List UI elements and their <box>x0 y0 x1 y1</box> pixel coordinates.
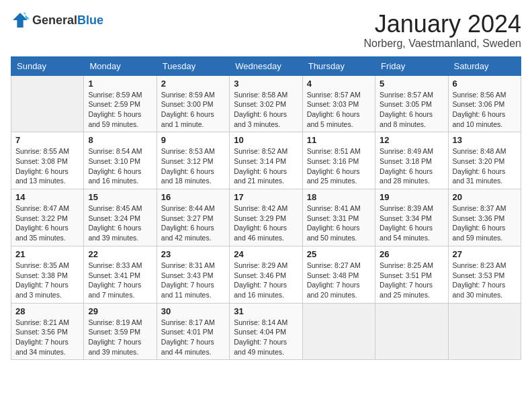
calendar-cell: 31Sunrise: 8:14 AM Sunset: 4:04 PM Dayli… <box>230 303 302 360</box>
day-info: Sunrise: 8:59 AM Sunset: 2:59 PM Dayligh… <box>88 90 152 130</box>
day-info: Sunrise: 8:48 AM Sunset: 3:20 PM Dayligh… <box>453 146 517 186</box>
week-row-0: 1Sunrise: 8:59 AM Sunset: 2:59 PM Daylig… <box>11 75 521 132</box>
header: GeneralBlue January 2024 Norberg, Vaestm… <box>11 11 521 50</box>
weekday-header-friday: Friday <box>375 56 448 75</box>
week-row-3: 21Sunrise: 8:35 AM Sunset: 3:38 PM Dayli… <box>11 246 521 303</box>
day-number: 7 <box>15 135 79 145</box>
svg-marker-0 <box>13 13 28 28</box>
day-number: 10 <box>234 135 298 145</box>
day-info: Sunrise: 8:19 AM Sunset: 3:59 PM Dayligh… <box>88 318 152 357</box>
day-info: Sunrise: 8:45 AM Sunset: 3:24 PM Dayligh… <box>88 203 152 243</box>
day-number: 29 <box>88 306 152 316</box>
day-number: 25 <box>307 249 371 259</box>
day-number: 12 <box>380 135 443 145</box>
calendar-cell: 24Sunrise: 8:29 AM Sunset: 3:46 PM Dayli… <box>230 246 302 303</box>
day-number: 26 <box>380 249 443 259</box>
day-number: 27 <box>453 249 517 259</box>
weekday-header-row: SundayMondayTuesdayWednesdayThursdayFrid… <box>11 56 521 75</box>
calendar-cell: 26Sunrise: 8:25 AM Sunset: 3:51 PM Dayli… <box>375 246 448 303</box>
day-number: 17 <box>234 192 298 202</box>
day-info: Sunrise: 8:21 AM Sunset: 3:56 PM Dayligh… <box>15 318 79 357</box>
logo-icon <box>11 11 30 30</box>
day-number: 5 <box>380 79 443 89</box>
day-number: 14 <box>15 192 79 202</box>
day-number: 16 <box>161 192 225 202</box>
day-number: 3 <box>234 79 298 89</box>
day-info: Sunrise: 8:33 AM Sunset: 3:41 PM Dayligh… <box>88 261 152 300</box>
calendar-cell: 27Sunrise: 8:23 AM Sunset: 3:53 PM Dayli… <box>448 246 521 303</box>
calendar-table: SundayMondayTuesdayWednesdayThursdayFrid… <box>11 56 521 361</box>
calendar-cell: 5Sunrise: 8:57 AM Sunset: 3:05 PM Daylig… <box>375 75 448 132</box>
logo: GeneralBlue <box>11 11 103 30</box>
calendar-cell <box>448 303 521 360</box>
day-number: 11 <box>307 135 371 145</box>
calendar-cell: 12Sunrise: 8:49 AM Sunset: 3:18 PM Dayli… <box>375 132 448 189</box>
day-info: Sunrise: 8:47 AM Sunset: 3:22 PM Dayligh… <box>15 203 79 243</box>
calendar-cell: 3Sunrise: 8:58 AM Sunset: 3:02 PM Daylig… <box>230 75 302 132</box>
calendar-cell: 11Sunrise: 8:51 AM Sunset: 3:16 PM Dayli… <box>302 132 375 189</box>
day-info: Sunrise: 8:55 AM Sunset: 3:08 PM Dayligh… <box>15 146 79 186</box>
day-info: Sunrise: 8:25 AM Sunset: 3:51 PM Dayligh… <box>380 261 443 300</box>
day-number: 19 <box>380 192 443 202</box>
day-number: 2 <box>161 79 225 89</box>
day-number: 13 <box>453 135 517 145</box>
day-info: Sunrise: 8:42 AM Sunset: 3:29 PM Dayligh… <box>234 203 298 243</box>
day-info: Sunrise: 8:56 AM Sunset: 3:06 PM Dayligh… <box>453 90 517 130</box>
calendar-cell: 10Sunrise: 8:52 AM Sunset: 3:14 PM Dayli… <box>230 132 302 189</box>
day-number: 30 <box>161 306 225 316</box>
day-number: 4 <box>307 79 371 89</box>
week-row-1: 7Sunrise: 8:55 AM Sunset: 3:08 PM Daylig… <box>11 132 521 189</box>
calendar-cell: 19Sunrise: 8:39 AM Sunset: 3:34 PM Dayli… <box>375 189 448 246</box>
day-number: 21 <box>15 249 79 259</box>
day-number: 9 <box>161 135 225 145</box>
weekday-header-tuesday: Tuesday <box>157 56 229 75</box>
calendar-cell: 2Sunrise: 8:59 AM Sunset: 3:00 PM Daylig… <box>157 75 229 132</box>
day-info: Sunrise: 8:59 AM Sunset: 3:00 PM Dayligh… <box>161 90 225 130</box>
day-info: Sunrise: 8:57 AM Sunset: 3:05 PM Dayligh… <box>380 90 443 130</box>
day-info: Sunrise: 8:51 AM Sunset: 3:16 PM Dayligh… <box>307 146 371 186</box>
day-number: 28 <box>15 306 79 316</box>
logo-text-general: General <box>32 13 77 27</box>
calendar-cell: 18Sunrise: 8:41 AM Sunset: 3:31 PM Dayli… <box>302 189 375 246</box>
day-number: 6 <box>453 79 517 89</box>
day-number: 1 <box>88 79 152 89</box>
calendar-cell: 21Sunrise: 8:35 AM Sunset: 3:38 PM Dayli… <box>11 246 84 303</box>
week-row-4: 28Sunrise: 8:21 AM Sunset: 3:56 PM Dayli… <box>11 303 521 360</box>
day-info: Sunrise: 8:39 AM Sunset: 3:34 PM Dayligh… <box>380 203 443 243</box>
calendar-cell: 9Sunrise: 8:53 AM Sunset: 3:12 PM Daylig… <box>157 132 229 189</box>
day-info: Sunrise: 8:17 AM Sunset: 4:01 PM Dayligh… <box>161 318 225 357</box>
calendar-cell <box>375 303 448 360</box>
calendar-cell: 23Sunrise: 8:31 AM Sunset: 3:43 PM Dayli… <box>157 246 229 303</box>
calendar-cell: 16Sunrise: 8:44 AM Sunset: 3:27 PM Dayli… <box>157 189 229 246</box>
calendar-cell: 29Sunrise: 8:19 AM Sunset: 3:59 PM Dayli… <box>84 303 157 360</box>
day-info: Sunrise: 8:35 AM Sunset: 3:38 PM Dayligh… <box>15 261 79 300</box>
day-number: 31 <box>234 306 298 316</box>
calendar-cell: 1Sunrise: 8:59 AM Sunset: 2:59 PM Daylig… <box>84 75 157 132</box>
calendar-subtitle: Norberg, Vaestmanland, Sweden <box>363 38 521 50</box>
calendar-cell: 13Sunrise: 8:48 AM Sunset: 3:20 PM Dayli… <box>448 132 521 189</box>
calendar-cell: 17Sunrise: 8:42 AM Sunset: 3:29 PM Dayli… <box>230 189 302 246</box>
day-number: 15 <box>88 192 152 202</box>
calendar-cell: 15Sunrise: 8:45 AM Sunset: 3:24 PM Dayli… <box>84 189 157 246</box>
calendar-cell: 20Sunrise: 8:37 AM Sunset: 3:36 PM Dayli… <box>448 189 521 246</box>
weekday-header-sunday: Sunday <box>11 56 84 75</box>
day-number: 24 <box>234 249 298 259</box>
day-info: Sunrise: 8:57 AM Sunset: 3:03 PM Dayligh… <box>307 90 371 130</box>
day-info: Sunrise: 8:49 AM Sunset: 3:18 PM Dayligh… <box>380 146 443 186</box>
day-number: 23 <box>161 249 225 259</box>
day-info: Sunrise: 8:29 AM Sunset: 3:46 PM Dayligh… <box>234 261 298 300</box>
calendar-cell: 25Sunrise: 8:27 AM Sunset: 3:48 PM Dayli… <box>302 246 375 303</box>
calendar-title: January 2024 <box>363 11 521 38</box>
day-info: Sunrise: 8:58 AM Sunset: 3:02 PM Dayligh… <box>234 90 298 130</box>
weekday-header-saturday: Saturday <box>448 56 521 75</box>
day-number: 8 <box>88 135 152 145</box>
day-number: 20 <box>453 192 517 202</box>
calendar-cell: 6Sunrise: 8:56 AM Sunset: 3:06 PM Daylig… <box>448 75 521 132</box>
weekday-header-wednesday: Wednesday <box>230 56 302 75</box>
day-info: Sunrise: 8:41 AM Sunset: 3:31 PM Dayligh… <box>307 203 371 243</box>
calendar-cell: 4Sunrise: 8:57 AM Sunset: 3:03 PM Daylig… <box>302 75 375 132</box>
calendar-cell <box>11 75 84 132</box>
weekday-header-thursday: Thursday <box>302 56 375 75</box>
title-area: January 2024 Norberg, Vaestmanland, Swed… <box>363 11 521 50</box>
weekday-header-monday: Monday <box>84 56 157 75</box>
